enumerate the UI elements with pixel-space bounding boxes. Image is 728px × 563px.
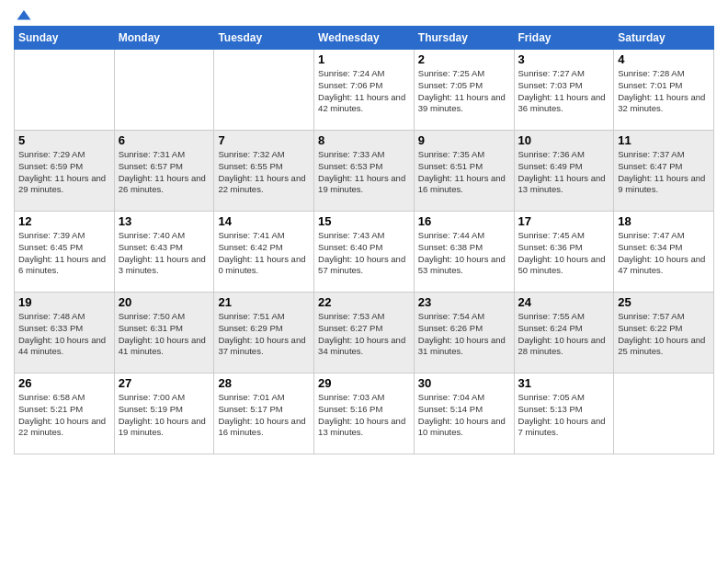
day-number: 27 (119, 376, 210, 390)
calendar-cell: 16Sunrise: 7:44 AM Sunset: 6:38 PM Dayli… (414, 212, 514, 293)
calendar-cell: 28Sunrise: 7:01 AM Sunset: 5:17 PM Dayli… (214, 373, 314, 454)
day-info: Sunrise: 7:31 AM Sunset: 6:57 PM Dayligh… (119, 149, 210, 196)
day-number: 21 (218, 295, 310, 309)
weekday-header-monday: Monday (114, 27, 214, 50)
logo-area (14, 9, 32, 18)
day-info: Sunrise: 7:50 AM Sunset: 6:31 PM Dayligh… (119, 311, 210, 358)
day-info: Sunrise: 7:53 AM Sunset: 6:27 PM Dayligh… (318, 311, 410, 358)
day-info: Sunrise: 7:32 AM Sunset: 6:55 PM Dayligh… (218, 149, 310, 196)
weekday-header-sunday: Sunday (15, 27, 115, 50)
calendar-cell: 14Sunrise: 7:41 AM Sunset: 6:42 PM Dayli… (214, 212, 314, 293)
day-number: 2 (418, 52, 510, 66)
calendar-cell: 1Sunrise: 7:24 AM Sunset: 7:06 PM Daylig… (314, 50, 415, 131)
calendar-cell: 7Sunrise: 7:32 AM Sunset: 6:55 PM Daylig… (214, 131, 314, 212)
day-info: Sunrise: 7:27 AM Sunset: 7:03 PM Dayligh… (518, 68, 610, 115)
calendar-cell: 25Sunrise: 7:57 AM Sunset: 6:22 PM Dayli… (614, 293, 714, 373)
page: SundayMondayTuesdayWednesdayThursdayFrid… (0, 0, 728, 464)
calendar-cell (114, 50, 214, 131)
calendar-cell: 27Sunrise: 7:00 AM Sunset: 5:19 PM Dayli… (114, 373, 214, 454)
day-number: 30 (418, 376, 510, 390)
calendar-cell: 19Sunrise: 7:48 AM Sunset: 6:33 PM Dayli… (15, 293, 115, 373)
calendar-cell: 29Sunrise: 7:03 AM Sunset: 5:16 PM Dayli… (314, 373, 415, 454)
weekday-header-friday: Friday (514, 27, 614, 50)
calendar-cell: 23Sunrise: 7:54 AM Sunset: 6:26 PM Dayli… (414, 293, 514, 373)
day-number: 18 (618, 214, 710, 228)
day-info: Sunrise: 6:58 AM Sunset: 5:21 PM Dayligh… (18, 392, 110, 439)
day-number: 10 (518, 133, 610, 147)
calendar-cell (614, 373, 714, 454)
calendar-cell: 3Sunrise: 7:27 AM Sunset: 7:03 PM Daylig… (514, 50, 614, 131)
week-row-5: 26Sunrise: 6:58 AM Sunset: 5:21 PM Dayli… (15, 373, 714, 454)
day-number: 8 (318, 133, 410, 147)
day-number: 17 (518, 214, 610, 228)
day-number: 25 (618, 295, 710, 309)
week-row-1: 1Sunrise: 7:24 AM Sunset: 7:06 PM Daylig… (15, 50, 714, 131)
day-number: 12 (18, 214, 110, 228)
day-number: 24 (518, 295, 610, 309)
calendar-cell: 24Sunrise: 7:55 AM Sunset: 6:24 PM Dayli… (514, 293, 614, 373)
day-info: Sunrise: 7:39 AM Sunset: 6:45 PM Dayligh… (18, 230, 110, 277)
day-info: Sunrise: 7:57 AM Sunset: 6:22 PM Dayligh… (618, 311, 710, 358)
calendar-cell (214, 50, 314, 131)
day-number: 13 (119, 214, 210, 228)
day-info: Sunrise: 7:04 AM Sunset: 5:14 PM Dayligh… (418, 392, 510, 439)
day-number: 28 (218, 376, 310, 390)
day-info: Sunrise: 7:36 AM Sunset: 6:49 PM Dayligh… (518, 149, 610, 196)
calendar-cell: 13Sunrise: 7:40 AM Sunset: 6:43 PM Dayli… (114, 212, 214, 293)
day-info: Sunrise: 7:54 AM Sunset: 6:26 PM Dayligh… (418, 311, 510, 358)
day-number: 22 (318, 295, 410, 309)
day-number: 31 (518, 376, 610, 390)
day-info: Sunrise: 7:44 AM Sunset: 6:38 PM Dayligh… (418, 230, 510, 277)
calendar-cell: 17Sunrise: 7:45 AM Sunset: 6:36 PM Dayli… (514, 212, 614, 293)
logo-icon (16, 7, 32, 24)
calendar-cell: 6Sunrise: 7:31 AM Sunset: 6:57 PM Daylig… (114, 131, 214, 212)
calendar-table: SundayMondayTuesdayWednesdayThursdayFrid… (14, 26, 714, 454)
day-info: Sunrise: 7:25 AM Sunset: 7:05 PM Dayligh… (418, 68, 510, 115)
calendar-cell (15, 50, 115, 131)
day-number: 5 (18, 133, 110, 147)
calendar-cell: 4Sunrise: 7:28 AM Sunset: 7:01 PM Daylig… (614, 50, 714, 131)
day-number: 15 (318, 214, 410, 228)
calendar-cell: 21Sunrise: 7:51 AM Sunset: 6:29 PM Dayli… (214, 293, 314, 373)
day-info: Sunrise: 7:41 AM Sunset: 6:42 PM Dayligh… (218, 230, 310, 277)
day-info: Sunrise: 7:35 AM Sunset: 6:51 PM Dayligh… (418, 149, 510, 196)
day-number: 20 (119, 295, 210, 309)
day-number: 29 (318, 376, 410, 390)
calendar-cell: 12Sunrise: 7:39 AM Sunset: 6:45 PM Dayli… (15, 212, 115, 293)
weekday-header-tuesday: Tuesday (214, 27, 314, 50)
day-info: Sunrise: 7:47 AM Sunset: 6:34 PM Dayligh… (618, 230, 710, 277)
calendar-cell: 11Sunrise: 7:37 AM Sunset: 6:47 PM Dayli… (614, 131, 714, 212)
calendar-cell: 31Sunrise: 7:05 AM Sunset: 5:13 PM Dayli… (514, 373, 614, 454)
weekday-header-wednesday: Wednesday (314, 27, 415, 50)
day-number: 1 (318, 52, 410, 66)
day-info: Sunrise: 7:55 AM Sunset: 6:24 PM Dayligh… (518, 311, 610, 358)
day-info: Sunrise: 7:24 AM Sunset: 7:06 PM Dayligh… (318, 68, 410, 115)
day-number: 4 (618, 52, 710, 66)
day-info: Sunrise: 7:37 AM Sunset: 6:47 PM Dayligh… (618, 149, 710, 196)
day-info: Sunrise: 7:05 AM Sunset: 5:13 PM Dayligh… (518, 392, 610, 439)
day-info: Sunrise: 7:43 AM Sunset: 6:40 PM Dayligh… (318, 230, 410, 277)
day-number: 3 (518, 52, 610, 66)
weekday-header-saturday: Saturday (614, 27, 714, 50)
day-info: Sunrise: 7:29 AM Sunset: 6:59 PM Dayligh… (18, 149, 110, 196)
day-number: 14 (218, 214, 310, 228)
calendar-cell: 10Sunrise: 7:36 AM Sunset: 6:49 PM Dayli… (514, 131, 614, 212)
logo (14, 9, 32, 26)
day-number: 9 (418, 133, 510, 147)
day-info: Sunrise: 7:48 AM Sunset: 6:33 PM Dayligh… (18, 311, 110, 358)
day-info: Sunrise: 7:28 AM Sunset: 7:01 PM Dayligh… (618, 68, 710, 115)
svg-marker-0 (17, 10, 31, 20)
day-number: 16 (418, 214, 510, 228)
calendar-cell: 5Sunrise: 7:29 AM Sunset: 6:59 PM Daylig… (15, 131, 115, 212)
calendar-cell: 18Sunrise: 7:47 AM Sunset: 6:34 PM Dayli… (614, 212, 714, 293)
week-row-3: 12Sunrise: 7:39 AM Sunset: 6:45 PM Dayli… (15, 212, 714, 293)
day-number: 26 (18, 376, 110, 390)
day-number: 7 (218, 133, 310, 147)
day-info: Sunrise: 7:03 AM Sunset: 5:16 PM Dayligh… (318, 392, 410, 439)
day-info: Sunrise: 7:40 AM Sunset: 6:43 PM Dayligh… (119, 230, 210, 277)
calendar-cell: 30Sunrise: 7:04 AM Sunset: 5:14 PM Dayli… (414, 373, 514, 454)
day-info: Sunrise: 7:33 AM Sunset: 6:53 PM Dayligh… (318, 149, 410, 196)
weekday-header-row: SundayMondayTuesdayWednesdayThursdayFrid… (15, 27, 714, 50)
calendar-cell: 22Sunrise: 7:53 AM Sunset: 6:27 PM Dayli… (314, 293, 415, 373)
day-info: Sunrise: 7:45 AM Sunset: 6:36 PM Dayligh… (518, 230, 610, 277)
